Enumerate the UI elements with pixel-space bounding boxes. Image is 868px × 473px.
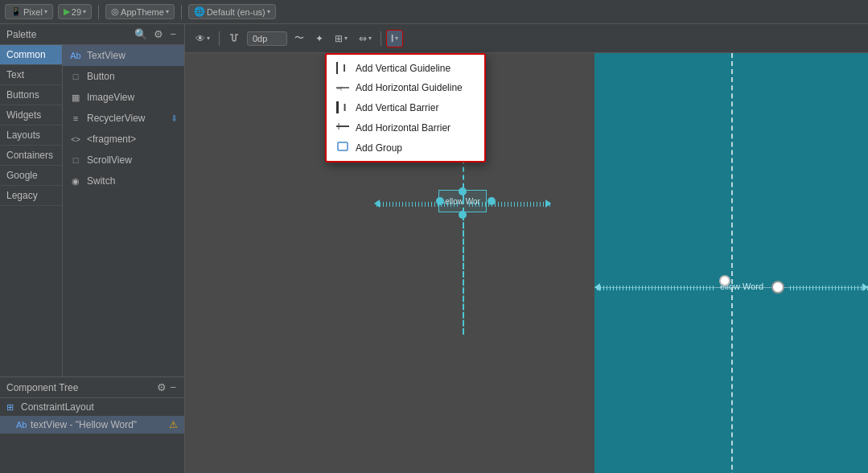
widget-item-button[interactable]: □ Button bbox=[63, 66, 184, 87]
category-item-google[interactable]: Google bbox=[0, 166, 62, 186]
palette-settings-icon[interactable]: ⚙ bbox=[152, 27, 165, 41]
theme-icon: ◎ bbox=[111, 6, 119, 17]
canvas-viewport[interactable]: ellow Wor bbox=[185, 53, 868, 473]
horizontal-guideline-icon: ⊣ bbox=[336, 83, 349, 93]
align-btn[interactable]: ⊞ ▾ bbox=[331, 31, 352, 47]
magnet-btn[interactable] bbox=[224, 31, 244, 47]
palette-header: Palette 🔍 ⚙ − bbox=[0, 24, 184, 45]
textview-tree-name: textView - "Hellow Word" bbox=[31, 419, 166, 430]
fragment-icon: <> bbox=[69, 135, 82, 144]
offset-input[interactable] bbox=[247, 31, 287, 46]
handle-left bbox=[436, 197, 444, 205]
category-item-text[interactable]: Text bbox=[0, 65, 62, 85]
widget-list: Ab TextView □ Button ▦ ImageView ≡ Recyc… bbox=[63, 45, 184, 376]
mirror-btn[interactable]: ⇔ ▾ bbox=[355, 31, 376, 47]
constraintlayout-name: ConstraintLayout bbox=[21, 401, 178, 413]
widget-item-imageview[interactable]: ▦ ImageView bbox=[63, 87, 184, 108]
widget-name-fragment: <fragment> bbox=[87, 134, 136, 145]
main-content: Palette 🔍 ⚙ − Common Text Buttons Widget… bbox=[0, 24, 868, 473]
teal-right-arrow bbox=[862, 283, 868, 291]
vert-dash-below bbox=[463, 214, 464, 333]
widget-item-fragment[interactable]: <> <fragment> bbox=[63, 129, 184, 150]
category-item-containers[interactable]: Containers bbox=[0, 146, 62, 166]
vertical-barrier-icon: I bbox=[336, 101, 349, 113]
device-dropdown[interactable]: 📱 Pixel ▾ bbox=[5, 4, 53, 19]
palette-close-icon[interactable]: − bbox=[168, 27, 178, 41]
widget-name-switch: Switch bbox=[87, 175, 115, 187]
tree-item-constraintlayout[interactable]: ⊞ ConstraintLayout bbox=[0, 398, 184, 416]
recyclerview-icon: ≡ bbox=[69, 113, 82, 123]
widget-item-textview[interactable]: Ab TextView bbox=[63, 45, 184, 66]
teal-handle-center bbox=[771, 281, 784, 294]
globe-icon: 🌐 bbox=[194, 6, 205, 17]
locale-dropdown[interactable]: 🌐 Default (en-us) ▾ bbox=[188, 4, 276, 19]
add-group-item[interactable]: Add Group bbox=[327, 138, 484, 158]
tree-close-icon[interactable]: − bbox=[168, 380, 178, 394]
toolbar-separator-2 bbox=[181, 5, 182, 19]
add-group-label: Add Group bbox=[356, 142, 402, 154]
vert-dash-above bbox=[463, 195, 464, 204]
teal-handle-top bbox=[719, 275, 730, 286]
add-horizontal-guideline-item[interactable]: ⊣ Add Horizontal Guideline bbox=[327, 78, 484, 97]
add-vertical-barrier-item[interactable]: I Add Vertical Barrier bbox=[327, 97, 484, 117]
teal-vertical-guideline bbox=[731, 53, 733, 473]
teal-left-arrow bbox=[594, 283, 600, 291]
chevron-down-icon-3: ▾ bbox=[166, 8, 169, 15]
category-item-layouts[interactable]: Layouts bbox=[0, 125, 62, 146]
zoom-dropdown[interactable]: ▶ 29 ▾ bbox=[58, 4, 92, 19]
handle-right bbox=[487, 197, 496, 205]
locale-label: Default (en-us) bbox=[207, 7, 265, 17]
guideline-icon: I bbox=[391, 33, 393, 44]
device-icon: 📱 bbox=[10, 6, 22, 17]
add-vertical-guideline-item[interactable]: I Add Vertical Guideline bbox=[327, 58, 484, 78]
palette-search-icon[interactable]: 🔍 bbox=[133, 27, 149, 41]
category-list: Common Text Buttons Widgets Layouts Cont… bbox=[0, 45, 63, 376]
component-tree-header: Component Tree ⚙ − bbox=[0, 377, 184, 398]
add-horizontal-barrier-item[interactable]: Add Horizontal Barrier bbox=[327, 117, 484, 138]
zoom-value: 29 bbox=[72, 7, 81, 17]
widget-item-recyclerview[interactable]: ≡ RecyclerView ⬇ bbox=[63, 108, 184, 129]
device-label: Pixel bbox=[23, 7, 43, 17]
handle-top bbox=[459, 187, 467, 195]
teal-left-zigzag bbox=[594, 286, 715, 290]
constraintlayout-icon: ⊞ bbox=[6, 402, 18, 413]
widget-name-scrollview: ScrollView bbox=[87, 154, 132, 166]
eye-btn[interactable]: 👁 ▾ bbox=[191, 31, 214, 47]
widget-name-imageview: ImageView bbox=[87, 92, 134, 103]
theme-dropdown[interactable]: ◎ AppTheme ▾ bbox=[105, 4, 175, 19]
tree-settings-icon[interactable]: ⚙ bbox=[155, 380, 168, 394]
add-vertical-barrier-label: Add Vertical Barrier bbox=[356, 102, 438, 113]
widget-name-recyclerview: RecyclerView bbox=[87, 113, 145, 124]
category-item-widgets[interactable]: Widgets bbox=[0, 105, 62, 125]
palette-title: Palette bbox=[6, 29, 133, 40]
canvas-sep-2 bbox=[381, 31, 381, 46]
tree-item-textview[interactable]: Ab textView - "Hellow Word" ⚠ bbox=[0, 416, 184, 434]
textview-icon: Ab bbox=[69, 51, 82, 60]
teal-right-zigzag bbox=[788, 286, 868, 290]
svg-rect-4 bbox=[338, 142, 348, 150]
category-item-legacy[interactable]: Legacy bbox=[0, 186, 62, 206]
wand-btn[interactable]: ✦ bbox=[311, 31, 327, 47]
toolbar-separator bbox=[98, 5, 99, 19]
right-arrowhead bbox=[545, 199, 551, 208]
widget-item-scrollview[interactable]: □ ScrollView bbox=[63, 150, 184, 171]
zoom-icon: ▶ bbox=[64, 6, 70, 17]
canvas-area: 👁 ▾ 〜 ✦ ⊞ ▾ ⇔ ▾ I ▾ bbox=[185, 24, 868, 473]
add-vertical-guideline-label: Add Vertical Guideline bbox=[356, 63, 450, 74]
warning-icon: ⚠ bbox=[169, 419, 178, 430]
widget-name-button: Button bbox=[87, 71, 115, 82]
palette-icons: 🔍 ⚙ − bbox=[133, 27, 178, 41]
category-item-common[interactable]: Common bbox=[0, 45, 62, 65]
left-arrowhead bbox=[374, 199, 380, 208]
svg-text:⊣: ⊣ bbox=[336, 85, 342, 93]
palette-panel: Palette 🔍 ⚙ − Common Text Buttons Widget… bbox=[0, 24, 185, 473]
widget-item-switch[interactable]: ◉ Switch bbox=[63, 171, 184, 191]
canvas-sep-1 bbox=[219, 31, 220, 46]
category-item-buttons[interactable]: Buttons bbox=[0, 85, 62, 105]
wave-btn[interactable]: 〜 bbox=[290, 29, 308, 47]
switch-icon: ◉ bbox=[69, 176, 82, 187]
scrollview-icon: □ bbox=[69, 155, 82, 165]
guideline-btn[interactable]: I ▾ bbox=[386, 30, 403, 47]
app-root: 📱 Pixel ▾ ▶ 29 ▾ ◎ AppTheme ▾ 🌐 Default … bbox=[0, 0, 868, 473]
canvas-toolbar: 👁 ▾ 〜 ✦ ⊞ ▾ ⇔ ▾ I ▾ bbox=[185, 24, 868, 53]
